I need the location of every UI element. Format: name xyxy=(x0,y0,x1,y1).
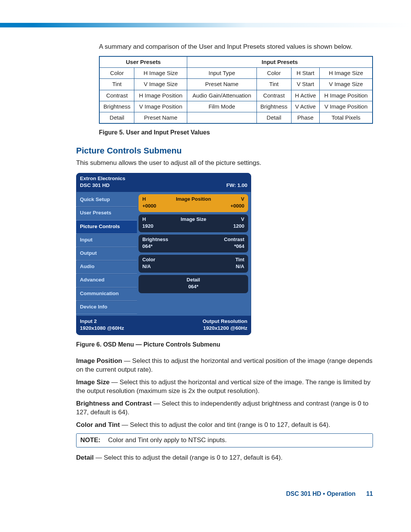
osd-header: Extron Electronics DSC 301 HD FW: 1.00 xyxy=(76,173,251,192)
th-input-presets: Input Presets xyxy=(187,56,373,68)
note-label: NOTE: xyxy=(80,436,100,445)
table-row: BrightnessV Image Position Film ModeBrig… xyxy=(99,101,373,112)
figure5-caption: Figure 5. User and Input Preset Values xyxy=(99,128,373,137)
sidebar-item-picture-controls[interactable]: Picture Controls xyxy=(76,220,137,234)
page-content: A summary and comparison of the User and… xyxy=(0,27,411,507)
desc-detail: Detail — Select this to adjust the detai… xyxy=(76,454,373,462)
field-brightness-contrast[interactable]: Brightness Contrast 064* *064 xyxy=(139,235,248,252)
note-box: NOTE: Color and Tint only apply to NTSC … xyxy=(76,433,373,447)
table-row: DetailPreset Name Detail PhaseTotal Pixe… xyxy=(99,112,373,124)
sidebar-item-audio[interactable]: Audio xyxy=(76,260,137,274)
footer-output-value: 1920x1200 @60Hz xyxy=(202,325,247,332)
osd-footer: Input 2 1920x1080 @60Hz Output Resolutio… xyxy=(76,316,251,335)
footer-input-label: Input 2 xyxy=(80,318,124,325)
table-row: ContrastH Image Position Audio Gain/Atte… xyxy=(99,90,373,101)
sidebar-item-device-info[interactable]: Device Info xyxy=(76,301,137,314)
osd-sidebar: Quick Setup User Presets Picture Control… xyxy=(76,192,137,316)
field-color-tint[interactable]: Color Tint N/A N/A xyxy=(139,255,248,273)
desc-image-position: Image Position — Select this to adjust t… xyxy=(76,357,373,374)
th-user-presets: User Presets xyxy=(99,56,187,68)
osd-panel: Extron Electronics DSC 301 HD FW: 1.00 Q… xyxy=(76,173,251,335)
osd-brand: Extron Electronics xyxy=(80,175,125,182)
desc-image-size: Image Size — Select this to adjust the h… xyxy=(76,378,373,396)
field-image-size[interactable]: H Image Size V 1920 1200 xyxy=(139,214,248,232)
intro-text: A summary and comparison of the User and… xyxy=(99,43,373,51)
field-detail[interactable]: Detail 064* xyxy=(139,275,248,293)
note-text: Color and Tint only apply to NTSC inputs… xyxy=(108,436,227,445)
table-row: ColorH Image Size Input TypeColor H Star… xyxy=(99,68,373,79)
footer-output-label: Output Resolution xyxy=(202,318,247,325)
footer-input-value: 1920x1080 @60Hz xyxy=(80,325,124,332)
sidebar-item-communication[interactable]: Communication xyxy=(76,288,137,301)
field-image-position[interactable]: H Image Position V +0000 +0000 xyxy=(139,194,248,212)
desc-brightness-contrast: Brightness and Contrast — Select this to… xyxy=(76,399,373,417)
section-heading: Picture Controls Submenu xyxy=(76,145,373,157)
sidebar-item-input[interactable]: Input xyxy=(76,234,137,247)
sidebar-item-advanced[interactable]: Advanced xyxy=(76,274,137,287)
sidebar-item-user-presets[interactable]: User Presets xyxy=(76,207,137,220)
gradient-band xyxy=(0,23,411,27)
sidebar-item-quick-setup[interactable]: Quick Setup xyxy=(76,193,137,207)
sidebar-item-output[interactable]: Output xyxy=(76,247,137,260)
osd-model: DSC 301 HD xyxy=(80,182,125,189)
osd-main: H Image Position V +0000 +0000 H Image S… xyxy=(137,192,251,316)
page-footer: DSC 301 HD • Operation11 xyxy=(286,490,373,498)
figure6-caption: Figure 6. OSD Menu — Picture Controls Su… xyxy=(76,340,373,349)
table-row: TintV Image Size Preset NameTint V Start… xyxy=(99,79,373,90)
osd-firmware: FW: 1.00 xyxy=(226,182,247,189)
section-intro: This submenu allows the user to adjust a… xyxy=(76,159,373,168)
desc-color-tint: Color and Tint — Select this to adjust t… xyxy=(76,421,373,430)
preset-values-table: User Presets Input Presets ColorH Image … xyxy=(99,56,373,124)
